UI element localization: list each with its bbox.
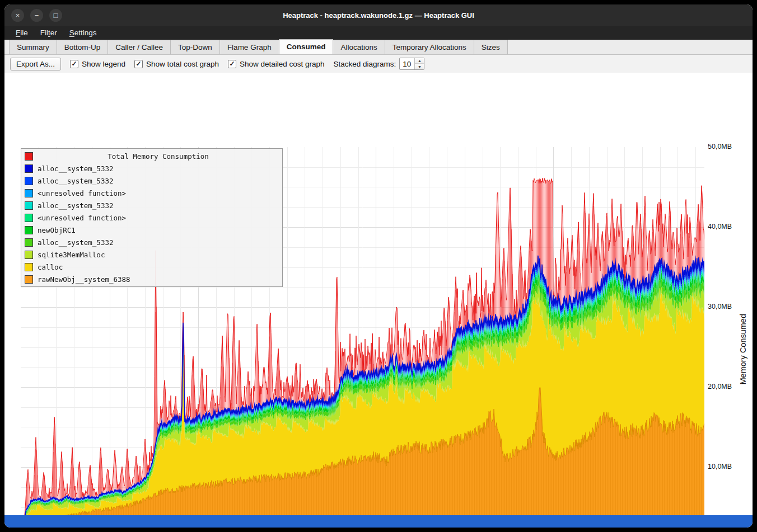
window-controls: × − □: [11, 4, 62, 26]
legend-swatch-icon: [25, 177, 33, 185]
show-detailed-cost-checkbox[interactable]: ✓ Show detailed cost graph: [228, 60, 325, 68]
menu-file-mnemonic: F: [16, 29, 20, 37]
stacked-diagrams-label: Stacked diagrams:: [334, 60, 396, 68]
legend-swatch-icon: [25, 189, 33, 197]
window-title: Heaptrack - heaptrack.wakunode.1.gz — He…: [4, 11, 753, 20]
legend-label: sqlite3MemMalloc: [38, 251, 105, 259]
show-total-cost-label: Show total cost graph: [146, 60, 219, 68]
legend-label: calloc: [38, 263, 63, 271]
menu-filter[interactable]: Filter: [35, 27, 63, 39]
y-axis-title-wrap: Memory Consumed: [735, 147, 751, 528]
show-detailed-cost-label: Show detailed cost graph: [240, 60, 325, 68]
legend-label: alloc__system_5332: [38, 238, 113, 247]
tab-consumed[interactable]: Consumed: [279, 39, 334, 54]
checkmark-icon: ✓: [70, 60, 78, 68]
legend-swatch-icon: [25, 238, 33, 247]
legend-swatch-icon: [25, 164, 33, 173]
chart-toolbar: Export As... ✓ Show legend ✓ Show total …: [4, 55, 753, 73]
legend-swatch-icon: [25, 214, 33, 222]
legend-swatch-icon: [25, 251, 33, 259]
legend-item: newObjRC1: [21, 224, 282, 236]
y-axis-title: Memory Consumed: [739, 314, 747, 385]
checkmark-icon: ✓: [228, 60, 236, 68]
menu-file-rest: ile: [20, 29, 28, 37]
legend-label: alloc__system_5332: [38, 164, 113, 173]
tab-sizes[interactable]: Sizes: [474, 40, 508, 54]
legend-total-swatch-icon: [25, 152, 33, 161]
spin-arrows: ▲ ▼: [414, 58, 424, 69]
legend-item: rawNewObj__system_6388: [21, 273, 282, 285]
tab-allocations[interactable]: Allocations: [333, 40, 385, 54]
show-legend-label: Show legend: [82, 60, 125, 68]
menu-filter-rest: er: [50, 29, 57, 37]
menu-settings[interactable]: Settings: [64, 27, 102, 39]
maximize-icon[interactable]: □: [49, 9, 62, 22]
export-as-button[interactable]: Export As...: [10, 58, 61, 70]
tab-summary[interactable]: Summary: [9, 40, 57, 54]
chart-legend: Total Memory Consumption alloc__system_5…: [21, 148, 283, 287]
legend-swatch-icon: [25, 226, 33, 234]
legend-title: Total Memory Consumption: [38, 152, 279, 161]
spin-up-icon[interactable]: ▲: [415, 58, 424, 64]
menu-filter-pre: Fil: [40, 29, 48, 37]
legend-label: alloc__system_5332: [38, 177, 113, 185]
legend-item: sqlite3MemMalloc: [21, 248, 282, 261]
minimize-icon[interactable]: −: [30, 9, 43, 22]
legend-swatch-icon: [25, 275, 33, 284]
stacked-diagrams-value[interactable]: 10: [400, 58, 414, 69]
menu-settings-mnemonic: S: [69, 29, 74, 37]
legend-label: alloc__system_5332: [38, 201, 113, 210]
stacked-diagrams-spinbox[interactable]: 10 ▲ ▼: [399, 58, 424, 70]
bottom-accent-bar: [4, 515, 753, 528]
menu-bar: File Filter Settings: [4, 26, 753, 40]
stacked-diagrams-control: Stacked diagrams: 10 ▲ ▼: [334, 58, 425, 70]
heaptrack-window: Heaptrack - heaptrack.wakunode.1.gz — He…: [4, 4, 753, 528]
legend-label: <unresolved function>: [38, 189, 126, 197]
menu-settings-rest: ettings: [74, 29, 97, 37]
legend-label: rawNewObj__system_6388: [38, 275, 130, 284]
tab-top-down[interactable]: Top-Down: [170, 40, 220, 54]
legend-item: alloc__system_5332: [21, 236, 282, 248]
menu-file[interactable]: File: [10, 27, 34, 39]
tab-caller-callee[interactable]: Caller / Callee: [108, 40, 171, 54]
tab-temporary-allocations[interactable]: Temporary Allocations: [385, 40, 474, 54]
tab-flame-graph[interactable]: Flame Graph: [219, 40, 279, 54]
legend-item: calloc: [21, 261, 282, 273]
legend-swatch-icon: [25, 263, 33, 271]
legend-item: alloc__system_5332: [21, 175, 282, 187]
legend-items: alloc__system_5332alloc__system_5332<unr…: [21, 162, 282, 285]
checkmark-icon: ✓: [134, 60, 143, 68]
tab-bar: Summary Bottom-Up Caller / Callee Top-Do…: [4, 40, 753, 55]
legend-item: <unresolved function>: [21, 211, 282, 224]
show-legend-checkbox[interactable]: ✓ Show legend: [70, 60, 125, 68]
tab-bottom-up[interactable]: Bottom-Up: [57, 40, 109, 54]
legend-item: alloc__system_5332: [21, 199, 282, 211]
legend-title-row: Total Memory Consumption: [21, 150, 282, 162]
spin-down-icon[interactable]: ▼: [415, 64, 424, 69]
legend-item: alloc__system_5332: [21, 162, 282, 175]
legend-label: newObjRC1: [38, 226, 76, 234]
show-total-cost-checkbox[interactable]: ✓ Show total cost graph: [134, 60, 219, 68]
legend-item: <unresolved function>: [21, 187, 282, 199]
legend-swatch-icon: [25, 201, 33, 210]
close-icon[interactable]: ×: [11, 9, 24, 22]
legend-label: <unresolved function>: [38, 214, 126, 222]
title-bar[interactable]: Heaptrack - heaptrack.wakunode.1.gz — He…: [4, 4, 753, 26]
consumed-chart-panel: 50,0MB 40,0MB 30,0MB 20,0MB 10,0MB 0B 00…: [4, 73, 753, 515]
